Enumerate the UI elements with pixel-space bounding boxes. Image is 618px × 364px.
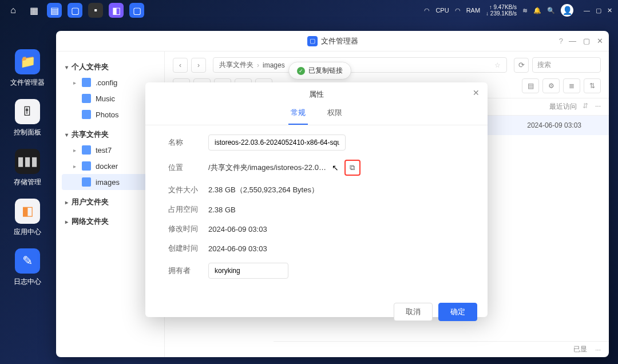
dialog-title: 属性 ✕ xyxy=(145,82,488,104)
label-mtime: 修改时间 xyxy=(168,224,208,234)
sidebar-item-test7[interactable]: ▸test7 xyxy=(62,142,159,158)
dock-label: 文件管理器 xyxy=(10,78,45,88)
search-input[interactable]: 搜索 xyxy=(532,57,601,73)
notifications-icon[interactable]: 🔔 xyxy=(533,7,541,14)
dock-item-controlpanel[interactable]: 🎚 控制面板 xyxy=(14,99,41,137)
tab-general[interactable]: 常规 xyxy=(288,104,308,125)
ram-label: RAM xyxy=(466,7,480,14)
dock-item-logs[interactable]: ✎ 日志中心 xyxy=(14,248,41,287)
taskbar-app-2[interactable]: ▢ xyxy=(68,3,82,18)
fm-maximize[interactable]: ▢ xyxy=(583,37,590,45)
label-size: 文件大小 xyxy=(168,185,208,195)
label-owner: 拥有者 xyxy=(168,266,208,276)
ram-gauge-icon: ◠ xyxy=(455,7,461,14)
dock-label: 控制面板 xyxy=(14,128,41,137)
cpu-label: CPU xyxy=(435,7,449,14)
window-minimize[interactable]: — xyxy=(584,7,590,14)
breadcrumb-parent[interactable]: 共享文件夹 xyxy=(219,60,253,70)
home-icon[interactable]: ⌂ xyxy=(6,3,21,18)
dock-label: 日志中心 xyxy=(14,277,41,287)
dock-item-filemanager[interactable]: 📁 文件管理器 xyxy=(10,49,45,88)
cancel-button[interactable]: 取消 xyxy=(394,303,433,321)
label-ctime: 创建时间 xyxy=(168,243,208,254)
dock-item-storage[interactable]: ▮▮▮ 存储管理 xyxy=(14,149,41,187)
ok-button[interactable]: 确定 xyxy=(438,303,477,321)
dialog-footer: 取消 确定 xyxy=(145,297,488,330)
section-title: 个人文件夹 xyxy=(72,62,109,72)
ctime-value: 2024-06-09 03:03 xyxy=(208,244,267,253)
cursor-icon: ↖ xyxy=(332,163,339,172)
taskbar-app-5[interactable]: ▢ xyxy=(129,3,144,18)
copy-location-button[interactable]: ⧉ xyxy=(344,160,360,176)
action-settings[interactable]: ⚙ xyxy=(542,78,560,93)
window-close[interactable]: ✕ xyxy=(607,7,612,14)
window-maximize[interactable]: ▢ xyxy=(596,7,601,14)
sort-icon[interactable]: ⇵ xyxy=(583,102,588,112)
search-icon[interactable]: 🔍 xyxy=(547,7,555,14)
dialog-form: 名称 位置 /共享文件夹/images/istoreos-22.0… ↖ ⧉ 文… xyxy=(145,125,488,297)
toast-text: 已复制链接 xyxy=(308,66,343,76)
sidebar-item-music[interactable]: ▸Music xyxy=(62,90,159,106)
sidebar-item-images[interactable]: ▸images xyxy=(62,174,159,190)
sidebar-item-config[interactable]: ▸.config xyxy=(62,74,159,90)
window-titlebar: ▢ 文件管理器 ? — ▢ ✕ xyxy=(56,31,609,52)
dialog-tabs: 常规 权限 xyxy=(145,104,488,125)
app-logo-icon: ▢ xyxy=(307,36,318,46)
nav-forward[interactable]: › xyxy=(191,58,206,73)
label-disk: 占用空间 xyxy=(168,204,208,215)
file-date: 2024-06-09 03:03 xyxy=(527,121,601,129)
sidebar-section-network[interactable]: ▸网络文件夹 xyxy=(62,214,159,229)
sidebar-section-shared[interactable]: ▾共享文件夹 xyxy=(62,127,159,142)
net-down: ↓ 239.1KB/s xyxy=(486,10,517,17)
refresh-button[interactable]: ⟳ xyxy=(514,58,529,73)
check-icon: ✓ xyxy=(297,67,305,75)
network-stats: ↑ 9.47KB/s ↓ 239.1KB/s xyxy=(486,4,517,17)
fm-minimize[interactable]: — xyxy=(569,37,576,45)
apps-grid-icon[interactable]: ▦ xyxy=(26,3,41,18)
sidebar-item-photos[interactable]: ▸Photos xyxy=(62,106,159,122)
os-topbar: ⌂ ▦ ▤ ▢ ▪ ◧ ▢ ◠CPU ◠RAM ↑ 9.47KB/s ↓ 239… xyxy=(0,0,618,21)
label-name: 名称 xyxy=(168,137,208,148)
folder-icon xyxy=(82,94,91,103)
view-sort[interactable]: ⇅ xyxy=(584,78,601,93)
dock-label: 存储管理 xyxy=(14,177,41,187)
nav-back[interactable]: ‹ xyxy=(173,58,188,73)
dialog-close[interactable]: ✕ xyxy=(473,88,480,97)
size-value: 2.38 GB（2,550,923,264 Bytes） xyxy=(208,185,319,195)
sidebar-section-personal[interactable]: ▾个人文件夹 xyxy=(62,60,159,74)
disk-value: 2.38 GB xyxy=(208,205,236,214)
dock-label: 应用中心 xyxy=(14,227,41,237)
sidebar-section-users[interactable]: ▸用户文件夹 xyxy=(62,195,159,209)
section-title: 共享文件夹 xyxy=(72,129,109,140)
breadcrumb-child[interactable]: images xyxy=(263,61,285,69)
window-title: 文件管理器 xyxy=(321,36,358,46)
taskbar-app-3[interactable]: ▪ xyxy=(88,3,103,18)
tab-permissions[interactable]: 权限 xyxy=(325,104,344,125)
tray-icon-1[interactable]: ≋ xyxy=(522,7,528,14)
name-field[interactable] xyxy=(208,134,346,151)
location-value: /共享文件夹/images/istoreos-22.0… xyxy=(208,163,326,173)
folder-icon xyxy=(82,177,91,187)
taskbar-app-1[interactable]: ▤ xyxy=(47,3,62,18)
taskbar-app-4[interactable]: ◧ xyxy=(109,3,124,18)
action-panel[interactable]: ▤ xyxy=(522,78,539,93)
column-date[interactable]: 最近访问 xyxy=(549,102,580,112)
folder-icon xyxy=(82,78,91,87)
star-icon[interactable]: ☆ xyxy=(494,61,501,69)
view-list[interactable]: ≣ xyxy=(563,78,580,93)
nav-toolbar: ‹ › 共享文件夹 › images ☆ ⟳ 搜索 xyxy=(165,52,609,76)
sidebar-item-docker[interactable]: ▸docker xyxy=(62,158,159,174)
folder-icon xyxy=(82,110,91,119)
avatar[interactable]: 👤 xyxy=(561,4,573,17)
folder-icon xyxy=(82,145,91,155)
watermark: 值 什么值得买 xyxy=(552,348,607,358)
dock-item-appstore[interactable]: ◧ 应用中心 xyxy=(14,199,41,237)
folder-icon xyxy=(82,161,91,171)
help-icon[interactable]: ? xyxy=(559,37,563,45)
breadcrumb[interactable]: 共享文件夹 › images ☆ xyxy=(213,57,507,73)
mtime-value: 2024-06-09 03:03 xyxy=(208,225,267,234)
owner-field[interactable] xyxy=(208,263,288,279)
column-more[interactable]: ··· xyxy=(588,102,601,112)
fm-close[interactable]: ✕ xyxy=(597,37,603,45)
cpu-gauge-icon: ◠ xyxy=(424,7,430,14)
